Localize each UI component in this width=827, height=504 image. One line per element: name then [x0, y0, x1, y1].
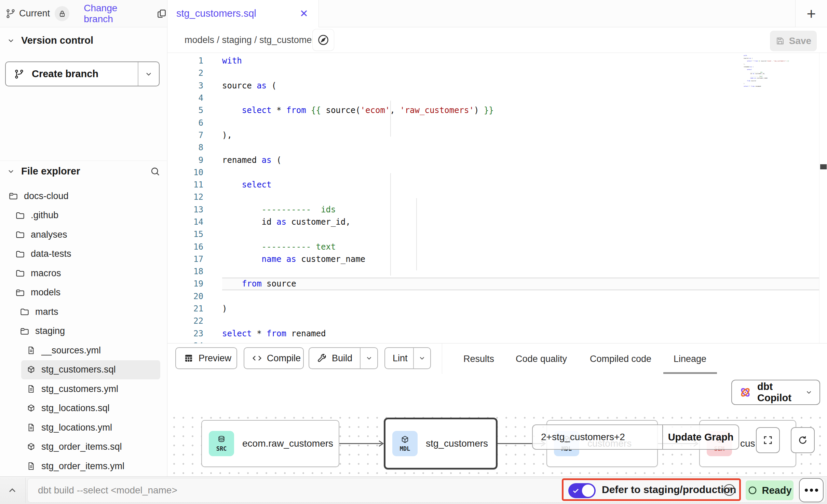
toolbar-divider	[442, 344, 442, 374]
file-tree-item-stg-order-items-yml[interactable]: stg_order_items.yml	[0, 457, 167, 476]
lineage-node-source[interactable]: SRC ecom.raw_customers	[201, 420, 339, 467]
code-line-23[interactable]: 23select * from renamed	[167, 327, 819, 340]
code-line-13[interactable]: 13 ---------- ids	[167, 204, 819, 216]
code-line-22[interactable]: 22	[167, 315, 819, 327]
file-label: macros	[31, 268, 61, 279]
tab-lineage[interactable]: Lineage	[674, 344, 706, 374]
file-tree-item-analyses[interactable]: analyses	[0, 225, 167, 244]
file-tree-item-stg-locations-yml[interactable]: stg_locations.yml	[0, 418, 167, 437]
tab-compiled-code[interactable]: Compiled code	[590, 344, 651, 374]
code-line-7[interactable]: 7),	[167, 129, 819, 141]
file-tree-item-data-tests[interactable]: data-tests	[0, 244, 167, 264]
fullscreen-button[interactable]	[756, 427, 780, 453]
chevron-up-icon[interactable]	[7, 485, 18, 496]
copy-branch-icon[interactable]	[156, 8, 167, 19]
code-line-21[interactable]: 21)	[167, 303, 819, 315]
file-explorer-header[interactable]: File explorer	[7, 166, 80, 177]
code-line-2[interactable]: 2	[167, 67, 819, 79]
lint-button[interactable]: Lint	[384, 347, 431, 369]
line-number: 13	[167, 205, 203, 214]
code-line-20[interactable]: 20	[167, 290, 819, 303]
file-tree-item-marts[interactable]: marts	[0, 302, 167, 322]
action-toolbar: Preview Compile Build	[167, 343, 827, 374]
code-line-10[interactable]: 10	[167, 166, 819, 179]
code-line-17[interactable]: 17 name as customer_name	[167, 253, 819, 265]
create-branch-button[interactable]: Create branch	[5, 61, 160, 86]
file-tree-item-docs-cloud[interactable]: docs-cloud	[0, 186, 167, 206]
folder-icon	[15, 210, 25, 221]
code-text: ---------- text	[222, 242, 336, 252]
lineage-node-stg-customers[interactable]: MDL stg_customers	[384, 418, 498, 470]
statusbar-divider	[25, 478, 26, 503]
new-tab-button[interactable]: +	[796, 0, 827, 27]
code-text: renamed as (	[222, 155, 281, 165]
save-button[interactable]: Save	[770, 31, 817, 51]
lineage-selector-input[interactable]: 2+stg_customers+2	[533, 425, 663, 449]
code-line-1[interactable]: 1with	[167, 55, 819, 67]
code-line-18[interactable]: 18	[167, 265, 819, 278]
close-tab-icon[interactable]: ✕	[300, 9, 308, 19]
code-line-4[interactable]: 4	[167, 92, 819, 104]
lineage-graph[interactable]: SRC ecom.raw_customers MDL stg_customers…	[167, 410, 827, 476]
file-tree-item-stg-order-items-sql[interactable]: stg_order_items.sql	[0, 437, 167, 457]
lint-dropdown[interactable]	[413, 348, 430, 368]
code-line-16[interactable]: 16 ---------- text	[167, 240, 819, 253]
database-icon	[217, 435, 226, 445]
editor-minimap[interactable]: with source as ( select * from {{ source…	[744, 55, 816, 157]
line-number: 2	[167, 68, 203, 78]
file-tree-item-stg-locations-sql[interactable]: stg_locations.sql	[0, 399, 167, 418]
defer-toggle[interactable]	[568, 483, 596, 498]
folder-icon	[15, 268, 25, 278]
file-tree-item-stg-customers-sql[interactable]: stg_customers.sql	[21, 360, 160, 380]
file-tree-item--github[interactable]: .github	[0, 206, 167, 225]
copilot-compass-button[interactable]	[313, 29, 334, 51]
version-control-title: Version control	[21, 35, 93, 46]
status-bar: dbt build --select <model_name> Defer to…	[0, 476, 827, 504]
code-editor[interactable]: 1with23source as (45 select * from {{ so…	[167, 53, 827, 343]
code-text: select	[222, 180, 272, 190]
compile-button[interactable]: Compile	[244, 347, 304, 369]
file-tree-item--sources-yml[interactable]: __sources.yml	[0, 341, 167, 360]
file-label: .github	[31, 210, 58, 221]
tab-stg-customers-sql[interactable]: stg_customers.sql ✕	[167, 0, 319, 27]
dbt-copilot-logo-icon	[739, 386, 752, 399]
tab-results[interactable]: Results	[463, 344, 494, 374]
dbt-copilot-button[interactable]: dbt Copilot	[731, 380, 820, 405]
code-line-14[interactable]: 14 id as customer_id,	[167, 216, 819, 228]
status-badge: Ready	[746, 480, 794, 500]
code-line-9[interactable]: 9renamed as (	[167, 154, 819, 166]
create-branch-dropdown[interactable]	[138, 70, 159, 78]
build-dropdown[interactable]	[360, 348, 377, 368]
code-line-24[interactable]: 24	[167, 340, 819, 343]
wrench-icon	[317, 353, 327, 363]
tab-filename: stg_customers.sql	[176, 8, 300, 19]
help-icon[interactable]: ?	[723, 484, 735, 496]
tab-code-quality[interactable]: Code quality	[516, 344, 567, 374]
code-line-12[interactable]: 12	[167, 191, 819, 203]
line-number: 14	[167, 217, 203, 227]
code-line-5[interactable]: 5 select * from {{ source('ecom', 'raw_c…	[167, 104, 819, 116]
code-line-15[interactable]: 15	[167, 228, 819, 240]
search-icon[interactable]	[150, 166, 161, 177]
refresh-button[interactable]	[791, 427, 815, 453]
branch-header: Current Change branch	[0, 0, 167, 27]
file-tree-item-stg-customers-yml[interactable]: stg_customers.yml	[0, 379, 167, 399]
update-graph-button[interactable]: Update Graph	[663, 425, 738, 449]
code-text: from source	[222, 279, 296, 289]
code-line-6[interactable]: 6	[167, 116, 819, 129]
code-text: id as customer_id,	[222, 217, 351, 227]
code-line-19[interactable]: 19 from source	[167, 278, 819, 290]
code-line-8[interactable]: 8	[167, 141, 819, 154]
code-line-11[interactable]: 11 select	[167, 179, 819, 191]
version-control-header[interactable]: Version control	[7, 35, 93, 46]
preview-button[interactable]: Preview	[175, 347, 237, 369]
file-tree-item-staging[interactable]: staging	[0, 322, 167, 341]
code-line-3[interactable]: 3source as (	[167, 80, 819, 92]
build-button[interactable]: Build	[309, 347, 378, 369]
scrollbar-thumb[interactable]	[820, 164, 827, 169]
file-tree-item-macros[interactable]: macros	[0, 264, 167, 283]
file-tree-item-models[interactable]: models	[0, 283, 167, 303]
more-options-button[interactable]	[799, 478, 824, 502]
lock-icon	[58, 10, 66, 18]
change-branch-link[interactable]: Change branch	[84, 3, 148, 25]
